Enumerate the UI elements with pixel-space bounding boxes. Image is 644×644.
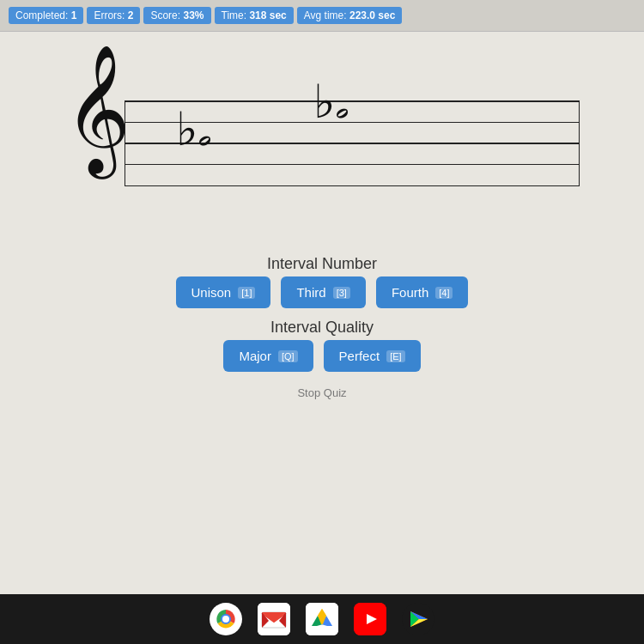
perfect-button[interactable]: Perfect [E] bbox=[324, 340, 421, 372]
taskbar bbox=[0, 594, 644, 644]
staff-line-4 bbox=[125, 164, 580, 166]
note-2: ♭𝅗 bbox=[313, 75, 335, 130]
fourth-label: Fourth bbox=[392, 285, 428, 300]
interval-number-buttons: Unison [1] Third [3] Fourth [4] bbox=[176, 276, 469, 308]
interval-number-section: Interval Number Unison [1] Third [3] Fou… bbox=[176, 255, 469, 308]
third-label: Third bbox=[296, 285, 325, 300]
treble-clef: 𝄞 bbox=[64, 53, 131, 165]
music-staff: 𝄞 ♭𝅗 ♭𝅗 bbox=[56, 49, 588, 238]
fourth-shortcut: [4] bbox=[435, 287, 453, 299]
interval-quality-section: Interval Quality Major [Q] Perfect [E] bbox=[223, 319, 420, 372]
fourth-button[interactable]: Fourth [4] bbox=[376, 276, 469, 308]
major-label: Major bbox=[239, 349, 271, 363]
status-bar: Completed: 1 Errors: 2 Score: 33% Time: … bbox=[0, 0, 644, 32]
avg-time-status: Avg time: 223.0 sec bbox=[297, 7, 403, 24]
completed-status: Completed: 1 bbox=[9, 7, 83, 24]
play-store-icon[interactable] bbox=[402, 603, 434, 635]
unison-button[interactable]: Unison [1] bbox=[176, 276, 271, 308]
interval-quality-label: Interval Quality bbox=[223, 319, 420, 337]
major-shortcut: [Q] bbox=[278, 350, 298, 362]
youtube-icon[interactable] bbox=[354, 603, 386, 635]
unison-label: Unison bbox=[191, 285, 232, 300]
perfect-label: Perfect bbox=[339, 349, 380, 363]
perfect-shortcut: [E] bbox=[386, 350, 404, 362]
time-status: Time: 318 sec bbox=[215, 7, 294, 24]
interval-number-label: Interval Number bbox=[176, 255, 469, 273]
staff-line-5 bbox=[125, 185, 580, 187]
unison-shortcut: [1] bbox=[238, 287, 255, 299]
drive-icon[interactable] bbox=[306, 603, 338, 635]
stop-quiz-text[interactable]: Stop Quiz bbox=[297, 386, 346, 399]
svg-point-2 bbox=[222, 616, 229, 623]
third-shortcut: [3] bbox=[333, 287, 350, 299]
third-button[interactable]: Third [3] bbox=[281, 276, 365, 308]
errors-status: Errors: 2 bbox=[87, 7, 140, 24]
note-1: ♭𝅗 bbox=[176, 102, 197, 157]
chrome-icon[interactable] bbox=[210, 603, 242, 635]
controls-section: Interval Number Unison [1] Third [3] Fou… bbox=[0, 255, 644, 399]
gmail-icon[interactable] bbox=[258, 603, 290, 635]
major-button[interactable]: Major [Q] bbox=[223, 340, 313, 372]
score-status: Score: 33% bbox=[143, 7, 210, 24]
interval-quality-buttons: Major [Q] Perfect [E] bbox=[223, 340, 420, 372]
